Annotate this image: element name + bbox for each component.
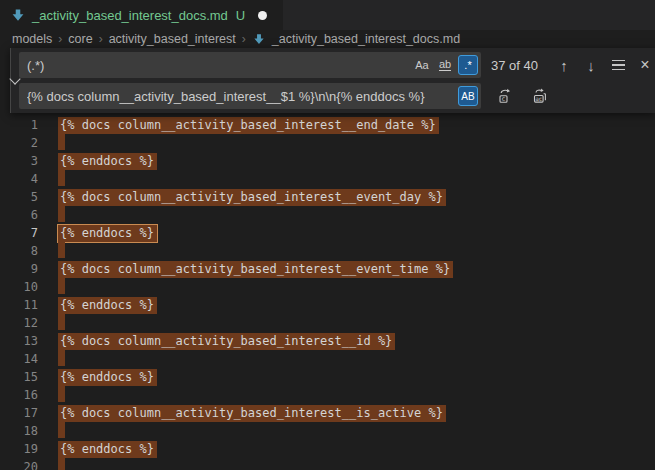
close-icon: × bbox=[640, 56, 649, 74]
editor-line[interactable]: 14 bbox=[0, 350, 655, 368]
editor-line[interactable]: 11 {% enddocs %} bbox=[0, 296, 655, 314]
editor-line[interactable]: 6 bbox=[0, 206, 655, 224]
find-match: {% enddocs %} bbox=[58, 297, 157, 314]
code-text[interactable] bbox=[60, 241, 65, 261]
replace-button[interactable]: c bbox=[495, 85, 517, 107]
editor-line[interactable]: 7 {% enddocs %} bbox=[0, 224, 655, 242]
chevron-right-icon: › bbox=[99, 32, 103, 46]
find-match: {% docs column__activity_based_interest_… bbox=[58, 261, 453, 278]
code-text[interactable]: {% docs column__activity_based_interest_… bbox=[60, 189, 446, 206]
code-text[interactable]: {% enddocs %} bbox=[60, 297, 157, 314]
modified-dot-icon[interactable] bbox=[258, 11, 267, 20]
line-number[interactable]: 12 bbox=[0, 316, 38, 330]
line-number[interactable]: 19 bbox=[0, 442, 38, 456]
next-match-button[interactable]: ↓ bbox=[580, 54, 602, 76]
breadcrumb-file[interactable]: _activity_based_interest_docs.md bbox=[272, 32, 460, 46]
line-number[interactable]: 3 bbox=[0, 154, 38, 168]
find-row: Aa ab .* 37 of 40 ↑ ↓ × bbox=[19, 52, 655, 78]
editor-line[interactable]: 19 {% enddocs %} bbox=[0, 440, 655, 458]
line-number[interactable]: 2 bbox=[0, 136, 38, 150]
whole-word-toggle[interactable]: ab bbox=[435, 55, 455, 75]
find-match bbox=[58, 385, 65, 402]
code-text[interactable]: {% enddocs %} bbox=[60, 441, 157, 458]
regex-toggle[interactable]: .* bbox=[458, 55, 478, 75]
replace-row: AB c bbox=[19, 83, 655, 109]
close-find-button[interactable]: × bbox=[634, 54, 655, 76]
find-results-count: 37 of 40 bbox=[491, 58, 549, 73]
code-text[interactable] bbox=[60, 385, 65, 405]
editor-line[interactable]: 20 bbox=[0, 458, 655, 470]
find-in-selection-button[interactable] bbox=[607, 54, 629, 76]
find-input[interactable] bbox=[27, 58, 412, 73]
find-match bbox=[58, 169, 65, 186]
code-text[interactable]: {% docs column__activity_based_interest_… bbox=[60, 405, 446, 422]
code-text[interactable] bbox=[60, 169, 65, 189]
editor-line[interactable]: 15 {% enddocs %} bbox=[0, 368, 655, 386]
line-number[interactable]: 15 bbox=[0, 370, 38, 384]
editor-line[interactable]: 18 bbox=[0, 422, 655, 440]
editor-line[interactable]: 9 {% docs column__activity_based_interes… bbox=[0, 260, 655, 278]
replace-input-box: AB bbox=[19, 83, 481, 109]
code-text[interactable]: {% docs column__activity_based_interest_… bbox=[60, 333, 395, 350]
code-text[interactable]: {% docs column__activity_based_interest_… bbox=[60, 261, 453, 278]
line-number[interactable]: 20 bbox=[0, 460, 38, 470]
preserve-case-toggle[interactable]: AB bbox=[458, 86, 478, 106]
line-number[interactable]: 16 bbox=[0, 388, 38, 402]
editor-line[interactable]: 10 bbox=[0, 278, 655, 296]
editor-line[interactable]: 4 bbox=[0, 170, 655, 188]
previous-match-button[interactable]: ↑ bbox=[553, 54, 575, 76]
code-text[interactable] bbox=[60, 349, 65, 369]
chevron-right-icon: › bbox=[58, 32, 62, 46]
breadcrumb-item-models[interactable]: models bbox=[12, 32, 52, 46]
find-widget: Aa ab .* 37 of 40 ↑ ↓ × AB bbox=[10, 48, 655, 113]
breadcrumb: models › core › activity_based_interest … bbox=[0, 30, 655, 48]
line-number[interactable]: 13 bbox=[0, 334, 38, 348]
editor-line[interactable]: 8 bbox=[0, 242, 655, 260]
code-text[interactable] bbox=[60, 313, 65, 333]
match-case-toggle[interactable]: Aa bbox=[412, 55, 432, 75]
line-number[interactable]: 4 bbox=[0, 172, 38, 186]
line-number[interactable]: 14 bbox=[0, 352, 38, 366]
find-match: {% docs column__activity_based_interest_… bbox=[58, 189, 446, 206]
editor-line[interactable]: 16 bbox=[0, 386, 655, 404]
code-text[interactable] bbox=[60, 421, 65, 441]
code-text[interactable]: {% enddocs %} bbox=[60, 369, 157, 386]
svg-text:ac: ac bbox=[535, 95, 543, 102]
line-number[interactable]: 11 bbox=[0, 298, 38, 312]
editor-line[interactable]: 3 {% enddocs %} bbox=[0, 152, 655, 170]
find-match bbox=[58, 241, 65, 258]
line-number[interactable]: 1 bbox=[0, 118, 38, 132]
arrow-down-icon: ↓ bbox=[587, 57, 595, 74]
code-text[interactable]: {% docs column__activity_based_interest_… bbox=[60, 117, 439, 134]
replace-icon: c bbox=[498, 88, 514, 104]
line-number[interactable]: 7 bbox=[0, 226, 38, 240]
tab-bar: _activity_based_interest_docs.md U bbox=[0, 0, 655, 30]
breadcrumb-item-activity-based-interest[interactable]: activity_based_interest bbox=[109, 32, 236, 46]
line-number[interactable]: 9 bbox=[0, 262, 38, 276]
editor-line[interactable]: 2 bbox=[0, 134, 655, 152]
line-number[interactable]: 8 bbox=[0, 244, 38, 258]
code-text[interactable] bbox=[60, 205, 65, 225]
line-number[interactable]: 18 bbox=[0, 424, 38, 438]
line-number[interactable]: 5 bbox=[0, 190, 38, 204]
line-number[interactable]: 10 bbox=[0, 280, 38, 294]
tab-active[interactable]: _activity_based_interest_docs.md U bbox=[0, 0, 283, 30]
editor-line[interactable]: 13 {% docs column__activity_based_intere… bbox=[0, 332, 655, 350]
code-text[interactable]: {% enddocs %} bbox=[60, 153, 157, 170]
editor-line[interactable]: 17 {% docs column__activity_based_intere… bbox=[0, 404, 655, 422]
code-text[interactable] bbox=[60, 277, 65, 297]
toggle-replace-button[interactable] bbox=[11, 48, 19, 113]
code-text[interactable]: {% enddocs %} bbox=[60, 225, 157, 242]
line-number[interactable]: 6 bbox=[0, 208, 38, 222]
replace-input[interactable] bbox=[27, 89, 458, 104]
svg-text:c: c bbox=[502, 95, 506, 103]
editor-line[interactable]: 5 {% docs column__activity_based_interes… bbox=[0, 188, 655, 206]
editor-line[interactable]: 12 bbox=[0, 314, 655, 332]
code-text[interactable] bbox=[60, 457, 65, 470]
code-text[interactable] bbox=[60, 133, 65, 153]
line-number[interactable]: 17 bbox=[0, 406, 38, 420]
editor-line[interactable]: 1 {% docs column__activity_based_interes… bbox=[0, 116, 655, 134]
replace-all-button[interactable]: ac bbox=[530, 85, 552, 107]
selection-icon bbox=[612, 60, 625, 70]
breadcrumb-item-core[interactable]: core bbox=[68, 32, 92, 46]
